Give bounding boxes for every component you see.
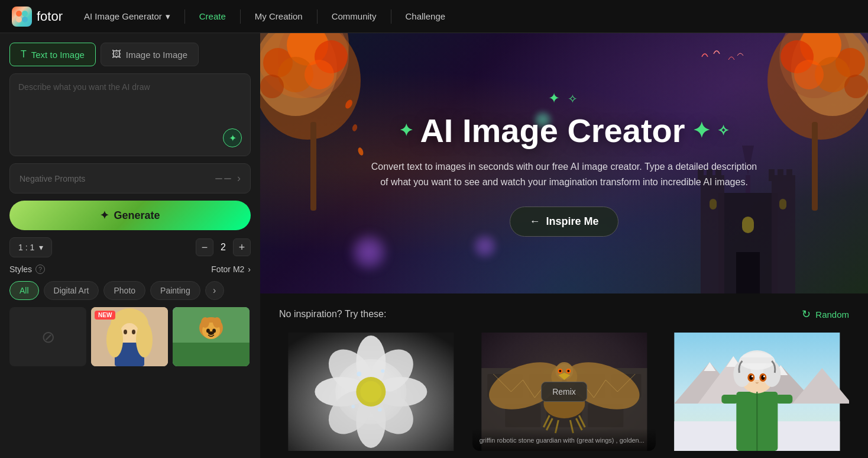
use-prompt-griffin[interactable]: ⧉ Use Prompt — [472, 456, 656, 458]
copy-icon-2: ⧉ — [472, 456, 478, 458]
nav-divider-2 — [240, 9, 241, 24]
hero-title-text: AI Image Creator — [420, 111, 685, 150]
generate-button[interactable]: ✦ Generate — [9, 201, 251, 230]
sparkle-deco-2: ✦ — [692, 118, 710, 143]
style-more-button[interactable]: › — [205, 281, 224, 300]
inspiration-title: No inspiration? Try these: — [279, 309, 386, 320]
logo-area: fotor — [12, 7, 63, 27]
styles-model-label: Fotor M2 — [211, 265, 244, 274]
svg-rect-120 — [722, 395, 739, 404]
styles-text: Styles — [9, 265, 32, 274]
remix-badge[interactable]: Remix — [541, 382, 587, 402]
ratio-select[interactable]: 1 : 1 ▾ — [9, 237, 52, 257]
ratio-count-row: 1 : 1 ▾ − 2 + — [9, 237, 251, 257]
tab-text-to-image-label: Text to Image — [31, 50, 85, 60]
new-badge: NEW — [95, 311, 115, 320]
sparkle-left-icon: ✦ — [548, 90, 560, 106]
thumb-placeholder: ⊘ — [9, 307, 86, 366]
nav-create[interactable]: Create — [187, 8, 238, 25]
svg-point-21 — [208, 331, 214, 335]
tab-image-to-image-label: Image to Image — [126, 50, 187, 60]
griffin-image-area: Remix griffin robotic stone guardian wit… — [472, 333, 656, 451]
thumb-1[interactable]: NEW — [91, 307, 168, 366]
svg-point-74 — [357, 372, 361, 376]
refresh-icon: ↻ — [802, 308, 811, 321]
nav-community[interactable]: Community — [320, 8, 388, 25]
use-prompt-flower[interactable]: ⧉ Use Prompt — [279, 456, 463, 458]
svg-point-2 — [16, 17, 22, 22]
svg-rect-112 — [741, 357, 774, 363]
tab-text-to-image[interactable]: T Text to Image — [9, 43, 96, 66]
inspire-me-button[interactable]: ← Inspire Me — [510, 207, 618, 237]
chevron-right-style-icon: › — [213, 285, 216, 296]
style-tag-photo[interactable]: Photo — [103, 281, 145, 300]
negative-prompts-row[interactable]: Negative Prompts › — [9, 163, 251, 193]
nav-challenge[interactable]: Challenge — [394, 8, 458, 25]
chevron-down-icon: ▾ — [39, 243, 43, 252]
sidebar: T Text to Image 🖼 Image to Image ✦ Negat… — [0, 33, 260, 458]
ban-icon: ⊘ — [41, 327, 55, 347]
nav-divider-3 — [317, 9, 318, 24]
svg-point-11 — [106, 322, 123, 357]
dash-decoration — [215, 178, 231, 179]
image-card-flower: ⧉ Use Prompt — [279, 333, 463, 458]
count-increase-button[interactable]: + — [233, 238, 251, 256]
header: fotor AI Image Generator ▾ Create My Cre… — [0, 0, 868, 33]
preview-thumbnails: ⊘ NEW — [9, 307, 251, 366]
svg-point-17 — [201, 317, 209, 328]
styles-model-selector[interactable]: Fotor M2 › — [211, 265, 251, 274]
sparkle-left2-icon: ✧ — [568, 92, 578, 105]
chevron-right-model-icon: › — [248, 265, 251, 274]
inspiration-section: No inspiration? Try these: ↻ Random — [260, 293, 868, 458]
plus-icon: + — [239, 241, 245, 254]
svg-point-1 — [22, 11, 28, 17]
random-label: Random — [815, 309, 849, 320]
styles-label-area: Styles ? — [9, 265, 45, 274]
use-prompt-anime[interactable]: ⧉ Use Prompt — [665, 456, 849, 458]
griffin-caption-overlay: griffin robotic stone guardian with (gre… — [472, 428, 656, 451]
styles-row: Styles ? Fotor M2 › — [9, 265, 251, 274]
help-icon[interactable]: ? — [35, 265, 45, 274]
count-decrease-button[interactable]: − — [196, 238, 213, 256]
prompt-textarea[interactable] — [18, 82, 242, 141]
chevron-right-icon: › — [237, 172, 241, 185]
ai-generator-dropdown[interactable]: AI Image Generator ▾ — [77, 8, 177, 25]
svg-rect-121 — [776, 395, 793, 404]
svg-point-8 — [124, 330, 127, 334]
svg-point-18 — [213, 317, 221, 328]
text-icon: T — [21, 49, 27, 60]
image-icon: 🖼 — [112, 49, 121, 60]
inspiration-header: No inspiration? Try these: ↻ Random — [279, 308, 849, 321]
image-card-griffin: Remix griffin robotic stone guardian wit… — [472, 333, 656, 458]
anime-image-area — [665, 333, 849, 451]
chevron-down-icon: ▾ — [166, 11, 170, 22]
nav-my-creation[interactable]: My Creation — [243, 8, 315, 25]
svg-point-9 — [132, 330, 135, 334]
svg-point-117 — [752, 376, 753, 378]
count-value: 2 — [221, 242, 226, 253]
hero-banner: ✦ ✧ ✦ AI Image Creator ✦ ✧ Convert text … — [260, 33, 868, 293]
wand-icon: ✦ — [100, 209, 109, 222]
title-area: ✦ ✧ — [548, 90, 579, 107]
copy-icon-3: ⧉ — [665, 456, 671, 458]
random-button[interactable]: ↻ Random — [802, 308, 849, 321]
flower-image-area — [279, 333, 463, 451]
style-tag-painting[interactable]: Painting — [150, 281, 200, 300]
sparkle-deco-1: ✦ — [399, 121, 413, 140]
thumb-2[interactable] — [173, 307, 250, 366]
logo-icon — [12, 7, 32, 27]
sparkle-button[interactable]: ✦ — [223, 128, 242, 147]
svg-point-118 — [763, 376, 765, 378]
image-card-anime: ⧉ Use Prompt — [665, 333, 849, 458]
style-tag-digital-art[interactable]: Digital Art — [44, 281, 99, 300]
style-tag-all[interactable]: All — [9, 281, 39, 300]
svg-point-73 — [360, 381, 381, 402]
svg-point-75 — [381, 369, 384, 373]
svg-point-12 — [136, 322, 153, 357]
tab-image-to-image[interactable]: 🖼 Image to Image — [101, 43, 199, 66]
hero-subtitle: Convert text to images in seconds with o… — [369, 159, 759, 189]
svg-point-76 — [378, 408, 382, 412]
sparkle-icon: ✦ — [229, 133, 237, 144]
svg-point-95 — [559, 370, 561, 372]
hero-title: ✦ AI Image Creator ✦ ✧ — [369, 111, 759, 150]
